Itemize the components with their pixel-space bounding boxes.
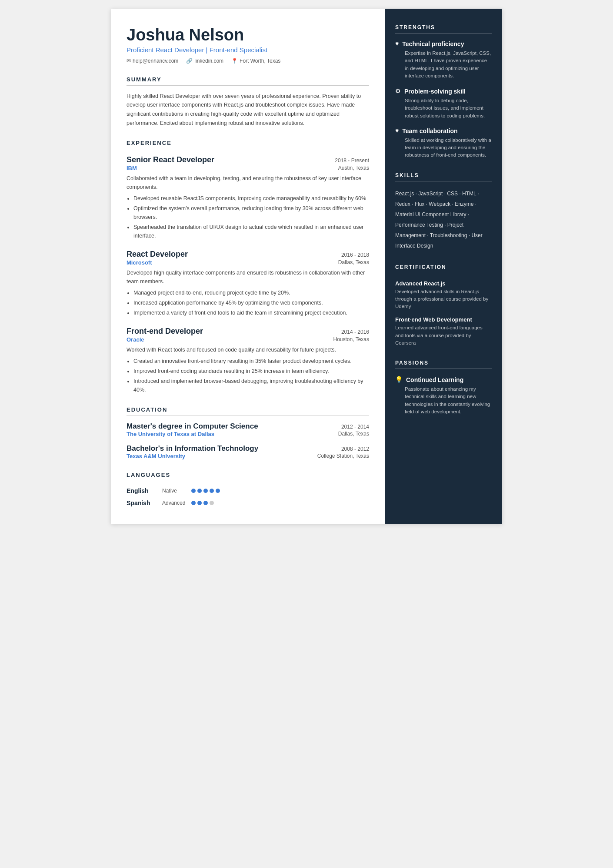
cert-2-name: Front-end Web Development (395, 316, 492, 323)
passion-1: 💡 Continued Learning Passionate about en… (395, 376, 492, 416)
skills-title: SKILLS (395, 172, 492, 181)
strength-2: ⚙ Problem-solving skill Strong ability t… (395, 87, 492, 120)
linkedin-icon: 🔗 (186, 58, 193, 64)
job-2-location: Dallas, Texas (338, 259, 369, 266)
education-section: EDUCATION Master's degree in Computer Sc… (127, 406, 369, 459)
left-column: Joshua Nelson Proficient React Developer… (111, 9, 385, 524)
job-1-title: Senior React Developer (127, 155, 214, 164)
job-1-company-row: IBM Austin, Texas (127, 165, 369, 171)
lang-spanish-name: Spanish (127, 499, 157, 506)
dot-4 (210, 489, 214, 493)
strength-3-desc: Skilled at working collaboratively with … (395, 137, 492, 159)
passions-section: PASSIONS 💡 Continued Learning Passionate… (395, 360, 492, 416)
summary-title: SUMMARY (127, 76, 369, 86)
skills-section: SKILLS React.js · JavaScript · CSS · HTM… (395, 172, 492, 251)
summary-text: Highly skilled React Developer with over… (127, 92, 369, 128)
lang-english: English Native (127, 487, 369, 494)
passions-title: PASSIONS (395, 360, 492, 369)
edu-2: Bachelor's in Information Technology 200… (127, 444, 369, 459)
job-3-company-row: Oracle Houston, Texas (127, 336, 369, 343)
job-1-bullet-2: Optimized the system's overall performan… (133, 204, 369, 221)
cert-2: Front-end Web Development Learned advanc… (395, 316, 492, 347)
strength-1-icon: ♥ (395, 40, 399, 47)
job-1-bullets: Developed reusable ReactJS components, i… (127, 194, 369, 240)
edu-2-date: 2008 - 2012 (341, 446, 369, 452)
edu-1-school: The University of Texas at Dallas (127, 431, 214, 437)
job-3-bullet-1: Created an innovative front-end library … (133, 357, 369, 365)
edu-2-degree: Bachelor's in Information Technology (127, 444, 258, 453)
strength-1-title: Technical proficiency (402, 40, 464, 47)
job-3-bullets: Created an innovative front-end library … (127, 357, 369, 394)
skills-text: React.js · JavaScript · CSS · HTML · Red… (395, 188, 492, 251)
lang-english-dots (191, 489, 220, 493)
lang-spanish-level: Advanced (162, 500, 186, 506)
job-1-location: Austin, Texas (338, 165, 369, 171)
strength-3-title: Team collaboration (402, 127, 457, 134)
strengths-title: STRENGTHS (395, 24, 492, 34)
edu-1-header: Master's degree in Computer Science 2012… (127, 422, 369, 431)
dot-s1 (191, 501, 196, 505)
strength-2-title: Problem-solving skill (404, 88, 466, 95)
passion-1-icon: 💡 (395, 376, 403, 383)
edu-2-header: Bachelor's in Information Technology 200… (127, 444, 369, 453)
job-1: Senior React Developer 2018 - Present IB… (127, 155, 369, 240)
certification-title: CERTIFICATION (395, 264, 492, 273)
job-3-header: Front-end Developer 2014 - 2016 (127, 327, 369, 336)
passion-1-desc: Passionate about enhancing my technical … (395, 385, 492, 416)
dot-5 (216, 489, 220, 493)
education-title: EDUCATION (127, 406, 369, 416)
dot-2 (197, 489, 202, 493)
job-2-company-row: Microsoft Dallas, Texas (127, 259, 369, 266)
job-2-header: React Developer 2016 - 2018 (127, 250, 369, 259)
job-2-title: React Developer (127, 250, 188, 259)
right-column: STRENGTHS ♥ Technical proficiency Expert… (385, 9, 502, 524)
certification-section: CERTIFICATION Advanced React.js Develope… (395, 264, 492, 347)
candidate-title: Proficient React Developer | Front-end S… (127, 46, 369, 54)
job-1-bullet-3: Spearheaded the translation of UI/UX des… (133, 223, 369, 240)
edu-1: Master's degree in Computer Science 2012… (127, 422, 369, 437)
email-icon: ✉ (127, 58, 131, 64)
experience-title: EXPERIENCE (127, 140, 369, 149)
lang-spanish: Spanish Advanced (127, 499, 369, 506)
email-contact: ✉ help@enhancv.com (127, 58, 178, 64)
job-2-date: 2016 - 2018 (341, 252, 369, 258)
job-1-bullet-1: Developed reusable ReactJS components, i… (133, 194, 369, 203)
job-1-date: 2018 - Present (335, 158, 369, 164)
dot-s3 (203, 501, 208, 505)
job-2-bullet-1: Managed project end-to-end, reducing pro… (133, 288, 369, 297)
job-3-date: 2014 - 2016 (341, 329, 369, 335)
strength-2-header: ⚙ Problem-solving skill (395, 87, 492, 95)
languages-section: LANGUAGES English Native Spanish Advance… (127, 472, 369, 506)
job-3-bullet-3: Introduced and implemented browser-based… (133, 377, 369, 394)
strength-2-icon: ⚙ (395, 87, 401, 95)
strength-1: ♥ Technical proficiency Expertise in Rea… (395, 40, 492, 80)
header: Joshua Nelson Proficient React Developer… (127, 26, 369, 64)
lang-english-level: Native (162, 488, 186, 494)
job-2-bullet-3: Implemented a variety of front-end tools… (133, 308, 369, 317)
lang-english-name: English (127, 487, 157, 494)
job-3-bullet-2: Improved front-end coding standards resu… (133, 367, 369, 375)
dot-s2 (197, 501, 202, 505)
edu-1-school-row: The University of Texas at Dallas Dallas… (127, 431, 369, 437)
resume-container: Joshua Nelson Proficient React Developer… (111, 9, 502, 524)
job-2-company: Microsoft (127, 259, 152, 266)
edu-1-date: 2012 - 2014 (341, 424, 369, 430)
cert-2-desc: Learned advanced front-end languages and… (395, 324, 492, 347)
experience-section: EXPERIENCE Senior React Developer 2018 -… (127, 140, 369, 394)
dot-3 (203, 489, 208, 493)
job-2-bullet-2: Increased application performance by 45%… (133, 298, 369, 307)
edu-2-location: College Station, Texas (317, 453, 369, 459)
contact-info: ✉ help@enhancv.com 🔗 linkedin.com 📍 Fort… (127, 58, 369, 64)
edu-1-location: Dallas, Texas (338, 431, 369, 437)
candidate-name: Joshua Nelson (127, 26, 369, 44)
strength-1-header: ♥ Technical proficiency (395, 40, 492, 47)
edu-2-school: Texas A&M University (127, 453, 185, 459)
job-3: Front-end Developer 2014 - 2016 Oracle H… (127, 327, 369, 394)
strength-2-desc: Strong ability to debug code, troublesho… (395, 97, 492, 120)
location-contact: 📍 Fort Worth, Texas (231, 58, 280, 64)
summary-section: SUMMARY Highly skilled React Developer w… (127, 76, 369, 128)
job-2-bullets: Managed project end-to-end, reducing pro… (127, 288, 369, 317)
dot-s4 (210, 501, 214, 505)
passion-1-title: Continued Learning (406, 376, 463, 383)
job-2-desc: Developed high quality interface compone… (127, 268, 369, 286)
